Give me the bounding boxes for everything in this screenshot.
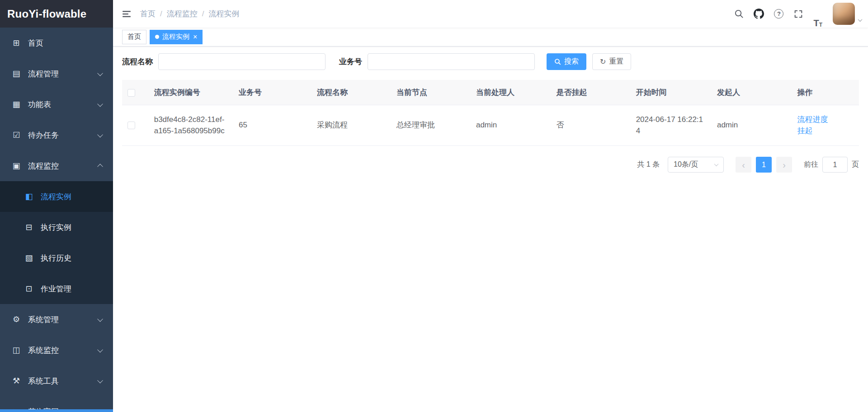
page-size-value: 10条/页: [674, 160, 698, 169]
search-form: 流程名称 业务号 搜索 ↻ 重置: [122, 53, 859, 70]
sidebar-item-execution-history[interactable]: ▧ 执行历史: [0, 243, 113, 273]
sidebar: RuoYi-flowable ⊞ 首页 ▤ 流程管理 ▦ 功能表 ☑ 待办任务: [0, 0, 113, 412]
logo[interactable]: RuoYi-flowable: [0, 0, 113, 28]
tags-view: 首页 流程实例 ×: [113, 28, 868, 47]
sidebar-item-home[interactable]: ⊞ 首页: [0, 28, 113, 58]
total-count: 共 1 条: [637, 160, 660, 169]
chevron-down-icon: [98, 379, 102, 383]
cell-current-node: 总经理审批: [391, 105, 471, 146]
font-size-icon[interactable]: TT: [808, 0, 827, 28]
column-header: 开始时间: [631, 80, 712, 105]
cell-start-time: 2024-06-17 16:22:14: [631, 105, 712, 146]
sidebar-item-label: 待办任务: [28, 130, 59, 140]
prev-page-button[interactable]: ‹: [736, 157, 751, 173]
sidebar-scrollbar[interactable]: [0, 409, 113, 412]
cell-process-name: 采购流程: [311, 105, 391, 146]
search-button-label: 搜索: [564, 57, 579, 66]
page-number-button[interactable]: 1: [756, 157, 772, 173]
sidebar-item-label: 首页: [28, 38, 43, 48]
book-icon: ▦: [11, 99, 22, 109]
job-icon: ⊡: [24, 284, 34, 294]
sidebar-item-process-management[interactable]: ▤ 流程管理: [0, 58, 113, 89]
user-dropdown-caret-icon[interactable]: [859, 15, 862, 23]
avatar[interactable]: [833, 3, 855, 25]
chevron-down-icon: [98, 133, 102, 137]
chevron-up-icon: [98, 164, 102, 168]
chevron-down-icon: [98, 72, 102, 76]
app-root: RuoYi-flowable ⊞ 首页 ▤ 流程管理 ▦ 功能表 ☑ 待办任务: [0, 0, 868, 412]
suspend-link[interactable]: 挂起: [797, 126, 813, 135]
goto-page-input[interactable]: [822, 157, 848, 173]
hamburger-icon[interactable]: [113, 0, 140, 28]
next-page-button[interactable]: ›: [776, 157, 792, 173]
sidebar-item-label: 流程管理: [28, 69, 59, 79]
chevron-down-icon: [98, 348, 102, 352]
table-header-row: 流程实例编号 业务号 流程名称 当前节点 当前处理人 是否挂起 开始时间 发起人…: [122, 80, 859, 105]
chevron-down-icon: [98, 103, 102, 107]
main-area: 首页 / 流程监控 / 流程实例 ?: [113, 0, 868, 412]
breadcrumb-separator: /: [202, 9, 204, 19]
process-name-input[interactable]: [158, 53, 326, 70]
page-unit-label: 页: [852, 160, 859, 169]
cell-suspended: 否: [551, 105, 631, 146]
business-no-input[interactable]: [368, 53, 535, 70]
column-header: 流程名称: [311, 80, 391, 105]
goto-label: 前往: [804, 160, 818, 169]
cell-business-no: 65: [233, 105, 311, 146]
sidebar-item-label: 系统工具: [28, 376, 59, 386]
sidebar-item-execution-instance[interactable]: ⊟ 执行实例: [0, 212, 113, 243]
column-header: 当前节点: [391, 80, 471, 105]
pagination: 共 1 条 10条/页 ‹ 1 › 前往 页: [122, 157, 859, 173]
close-icon[interactable]: ×: [193, 33, 197, 41]
reset-button[interactable]: ↻ 重置: [592, 53, 631, 70]
sidebar-item-system-management[interactable]: ⚙ 系统管理: [0, 304, 113, 335]
tab-process-instance[interactable]: 流程实例 ×: [150, 30, 203, 44]
sidebar-item-label: 作业管理: [41, 284, 71, 294]
search-button[interactable]: 搜索: [547, 53, 586, 70]
sidebar-item-todo-tasks[interactable]: ☑ 待办任务: [0, 120, 113, 150]
chart-icon: ◧: [24, 192, 34, 201]
help-icon[interactable]: ?: [769, 0, 788, 28]
process-progress-link[interactable]: 流程进度: [797, 115, 828, 124]
chevron-down-icon: [98, 318, 102, 322]
screen-icon: ◫: [11, 345, 22, 355]
process-name-label: 流程名称: [122, 56, 153, 67]
business-no-label: 业务号: [339, 56, 362, 67]
font-size-large: T: [813, 19, 819, 28]
gear-icon: ⚙: [11, 314, 22, 324]
process-monitor-submenu: ◧ 流程实例 ⊟ 执行实例 ▧ 执行历史 ⊡ 作业管理: [0, 181, 113, 304]
dashboard-icon: ⊞: [11, 38, 22, 48]
sidebar-item-label: 执行历史: [41, 253, 71, 263]
sidebar-item-process-monitor[interactable]: ▣ 流程监控: [0, 150, 113, 181]
row-checkbox[interactable]: [127, 122, 135, 129]
sidebar-item-function-table[interactable]: ▦ 功能表: [0, 89, 113, 120]
sidebar-item-system-monitor[interactable]: ◫ 系统监控: [0, 335, 113, 365]
tab-label: 流程实例: [162, 33, 189, 41]
breadcrumb-process-monitor: 流程监控: [167, 9, 198, 19]
sidebar-item-system-tools[interactable]: ⚒ 系统工具: [0, 365, 113, 396]
refresh-icon: ↻: [600, 58, 606, 66]
search-icon[interactable]: [729, 0, 749, 28]
sidebar-item-label: 执行实例: [41, 222, 71, 233]
tab-home[interactable]: 首页: [122, 30, 146, 44]
sidebar-item-label: 功能表: [28, 99, 51, 110]
navbar-right-tools: ? TT: [729, 0, 868, 28]
sidebar-item-process-instance[interactable]: ◧ 流程实例: [0, 181, 113, 212]
column-header: 流程实例编号: [149, 80, 233, 105]
column-header: 是否挂起: [551, 80, 631, 105]
cell-initiator: admin: [712, 105, 792, 146]
column-header: 业务号: [233, 80, 311, 105]
chevron-down-icon: [715, 163, 718, 166]
sidebar-menu: ⊞ 首页 ▤ 流程管理 ▦ 功能表 ☑ 待办任务 ▣ 流程监控: [0, 28, 113, 412]
select-all-checkbox[interactable]: [127, 89, 135, 97]
sidebar-item-job-management[interactable]: ⊡ 作业管理: [0, 273, 113, 304]
active-dot-icon: [155, 35, 159, 39]
page-size-select[interactable]: 10条/页: [668, 157, 724, 173]
table-row: b3dfe4c8-2c82-11ef-a165-1a568095b99c 65 …: [122, 105, 859, 146]
monitor-icon: ▣: [11, 161, 22, 171]
fullscreen-icon[interactable]: [788, 0, 808, 28]
breadcrumb-home[interactable]: 首页: [140, 9, 156, 19]
question-mark-icon: ?: [774, 9, 783, 19]
sidebar-item-label: 流程监控: [28, 161, 59, 171]
github-icon[interactable]: [749, 0, 769, 28]
